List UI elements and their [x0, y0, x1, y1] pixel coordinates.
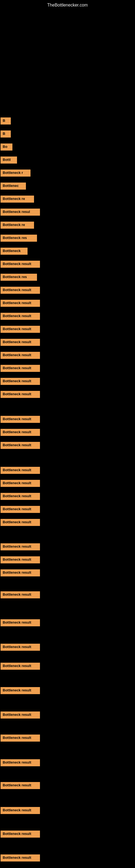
bottleneck-bar: Bottleneck	[1, 248, 28, 255]
bottleneck-bar: Bottleneck result	[1, 519, 40, 526]
bottleneck-bar: Bottleneck re	[1, 195, 34, 203]
bottleneck-bar: Bottleneck result	[1, 712, 40, 718]
bottleneck-bar: Bottleneck re	[1, 222, 34, 229]
bottleneck-bar: Bottleneck result	[1, 326, 40, 333]
bottleneck-bar: Bottleneck resul	[1, 209, 40, 216]
bottleneck-bar: Bottleneck result	[1, 391, 40, 398]
bottleneck-bar: Bottleneck result	[1, 644, 40, 651]
bottleneck-bar: Bottleneck result	[1, 543, 40, 550]
bottleneck-bar: Bottleneck result	[1, 687, 40, 694]
bottleneck-bar: Bottleneck result	[1, 339, 40, 346]
bottleneck-bar: Bottl	[1, 156, 17, 163]
site-title: TheBottlenecker.com	[0, 0, 135, 9]
bottleneck-bar: Bo	[1, 144, 12, 151]
bottleneck-bar: Bottleneck result	[1, 480, 40, 487]
bottleneck-bar: Bottleneck result	[1, 287, 40, 294]
bottleneck-bar: Bottleneck result	[1, 313, 40, 320]
bottleneck-bar: Bottleneck result	[1, 493, 40, 500]
bottleneck-bar: Bottleneck res	[1, 274, 37, 281]
bottleneck-bar: Bottleneck result	[1, 619, 40, 626]
bottleneck-bar: Bottleneck result	[1, 300, 40, 307]
bottleneck-bar: Bottleneck result	[1, 591, 40, 598]
bottleneck-bar: Bottleneck res	[1, 235, 37, 242]
bottleneck-bar: Bottleneck r	[1, 169, 31, 177]
bottleneck-bar: Bottleneck result	[1, 442, 40, 449]
bottleneck-bar: Bottleneck result	[1, 556, 40, 563]
bottleneck-bar: Bottleneck result	[1, 352, 40, 359]
bottleneck-bar: Bottleneck result	[1, 807, 40, 814]
bottleneck-bar: Bottleneck result	[1, 416, 40, 423]
bottleneck-bar: Bottleneck result	[1, 663, 40, 670]
bottleneck-bar: Bottleneck result	[1, 429, 40, 436]
bottleneck-bar: Bottleneck result	[1, 759, 40, 766]
bottleneck-bar: B	[1, 130, 11, 137]
bottleneck-bar: Bottleneck result	[1, 569, 40, 577]
bottleneck-bar: B	[1, 118, 11, 124]
bottleneck-bar: Bottleneck result	[1, 261, 40, 268]
bottleneck-bar: Bottleneck result	[1, 378, 40, 385]
bottleneck-bar: Bottleneck result	[1, 831, 40, 838]
bottleneck-bar: Bottleneck result	[1, 855, 40, 862]
bottleneck-bar: Bottlenec	[1, 183, 26, 190]
bottleneck-bar: Bottleneck result	[1, 365, 40, 372]
bottleneck-bar: Bottleneck result	[1, 782, 40, 789]
bottleneck-bar: Bottleneck result	[1, 506, 40, 513]
bottleneck-bar: Bottleneck result	[1, 735, 40, 742]
bottleneck-bar: Bottleneck result	[1, 467, 40, 474]
